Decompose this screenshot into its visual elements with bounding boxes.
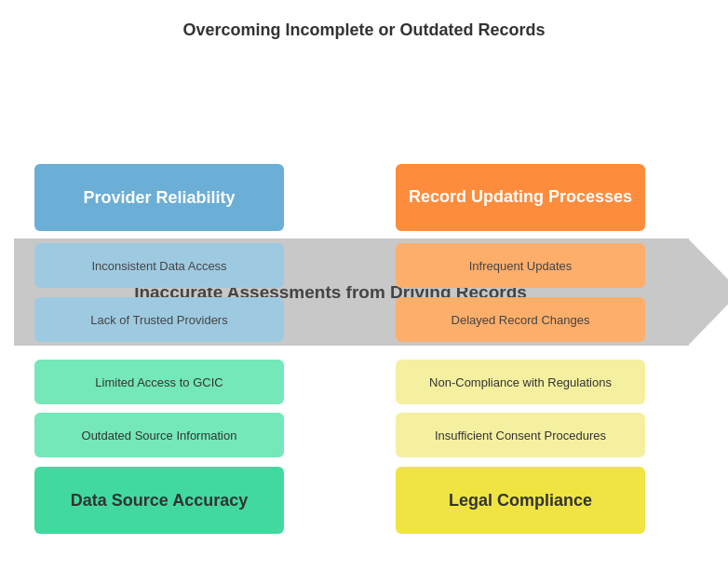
inconsistent-data-box: Inconsistent Data Access [34, 243, 284, 288]
non-compliance-box: Non-Compliance with Regulations [396, 360, 645, 404]
outdated-source-info-box: Outdated Source Information [34, 413, 284, 457]
lack-trusted-providers-box: Lack of Trusted Providers [34, 297, 284, 342]
legal-compliance-box: Legal Compliance [396, 467, 645, 534]
data-source-accuracy-box: Data Source Accuracy [34, 467, 284, 534]
page-title: Overcoming Incomplete or Outdated Record… [0, 0, 728, 40]
delayed-record-changes-box: Delayed Record Changes [396, 297, 645, 342]
diagram-container: Inaccurate Assessments from Driving Reco… [0, 57, 728, 569]
insufficient-consent-box: Insufficient Consent Procedures [396, 413, 645, 457]
provider-reliability-box: Provider Reliability [34, 164, 284, 231]
record-updating-box: Record Updating Processes [396, 164, 645, 231]
limited-access-gcic-box: Limited Access to GCIC [34, 360, 284, 404]
infrequent-updates-box: Infrequent Updates [396, 243, 645, 288]
